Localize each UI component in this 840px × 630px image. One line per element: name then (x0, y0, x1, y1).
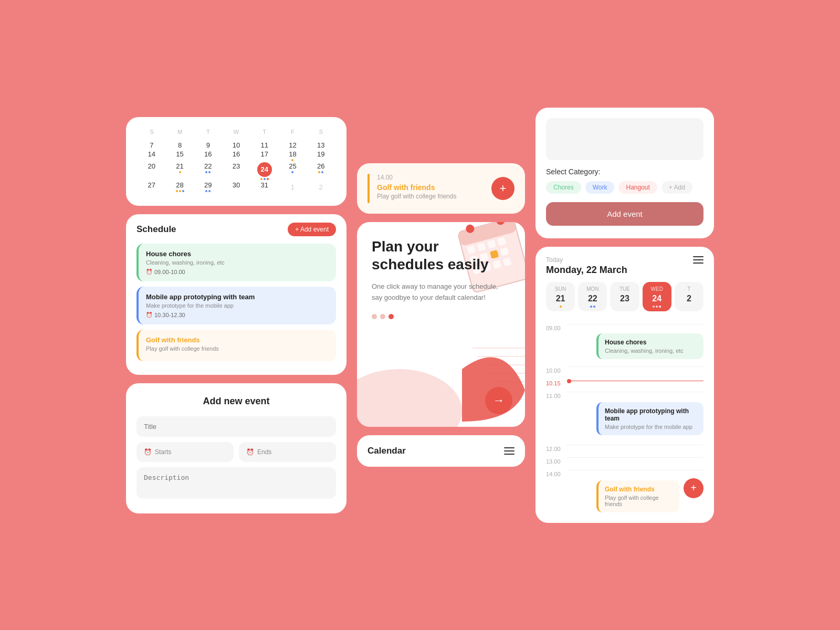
day-fri: F (279, 127, 307, 137)
calendar-grid: S M T W T F S 78910111213141516161718192… (136, 125, 336, 195)
calendar-cell[interactable]: 9 (194, 141, 222, 149)
promo-text: Plan your schedules easily One click awa… (372, 238, 510, 319)
calendar-cell[interactable]: 28 (166, 181, 194, 193)
tl-event-housechores[interactable]: House chores Cleaning, washing, ironing,… (571, 333, 704, 359)
hline-2 (693, 259, 704, 260)
time-1200: 12.00 (546, 440, 567, 452)
calendar-cell[interactable]: 31 (250, 181, 279, 193)
day-sat: S (307, 127, 335, 137)
event-time: ⏰09.00-10.00 (146, 269, 329, 275)
event-notes-textarea[interactable] (546, 118, 704, 160)
orange-bar (368, 174, 370, 203)
cat-chores[interactable]: Chores (546, 181, 581, 194)
hline-3 (693, 262, 704, 264)
time-1400: 14.00 (546, 466, 567, 477)
today-hamburger[interactable] (693, 256, 704, 264)
day-mon: M (166, 127, 194, 137)
promo-arrow-btn[interactable]: → (485, 387, 512, 414)
cat-work[interactable]: Work (585, 181, 615, 194)
tl-house-chores: House chores Cleaning, washing, ironing,… (596, 333, 704, 359)
calendar-cell[interactable]: 13 (307, 141, 335, 149)
calendar-week-row: 272829303112 (138, 181, 335, 193)
event-desc-input[interactable] (136, 467, 336, 499)
promo-title: Plan your schedules easily (372, 238, 510, 273)
top-event-add-btn[interactable]: + (491, 177, 514, 200)
tl-golf-add-btn[interactable]: + (684, 478, 704, 498)
tl-mobile-app[interactable]: Mobile app prototyping with team Make pr… (596, 402, 704, 435)
event-subtitle: Cleaning, washing, ironing, etc (146, 259, 329, 266)
calendar-cell[interactable]: 19 (307, 150, 335, 161)
day-thu: T (250, 127, 279, 137)
calendar-cell[interactable]: 7 (138, 141, 166, 149)
calendar-cell[interactable]: 22 (194, 162, 222, 180)
schedule-event-item[interactable]: House chores Cleaning, washing, ironing,… (136, 244, 336, 281)
day-sun-pill[interactable]: SUN 21 (546, 282, 575, 311)
add-event-header-btn[interactable]: + Add event (288, 223, 336, 236)
event-title: House chores (146, 250, 329, 258)
tl-hc-sub: Cleaning, washing, ironing, etc (605, 348, 697, 354)
promo-desc: One click away to manage your schedule, … (372, 281, 510, 303)
calendar-cell[interactable]: 8 (166, 141, 194, 149)
starts-label: Starts (155, 448, 171, 456)
day-wed-pill[interactable]: WED 24 (643, 282, 671, 311)
calendar-cell[interactable]: 14 (138, 150, 166, 161)
timeline-row-1200: 12.00 (546, 440, 704, 452)
calendar-cell[interactable]: 23 (222, 162, 250, 180)
calendar-cell[interactable]: 10 (222, 141, 250, 149)
add-event-submit-btn[interactable]: Add event (546, 202, 704, 226)
calendar-cell[interactable]: 1 (279, 181, 307, 193)
day-thu-pill[interactable]: T 2 (675, 282, 704, 311)
calendar-mini-card: Calendar (357, 435, 525, 467)
schedule-event-item[interactable]: Golf with friends Play golf with college… (136, 330, 336, 361)
event-title: Golf with friends (146, 336, 329, 344)
calendar-cell[interactable]: 12 (279, 141, 307, 149)
time-row: ⏰ Starts ⏰ Ends (136, 442, 336, 462)
calendar-card: S M T W T F S 78910111213141516161718192… (126, 117, 346, 206)
calendar-cell[interactable]: 29 (194, 181, 222, 193)
calendar-cell[interactable]: 26 (307, 162, 335, 180)
today-date: Monday, 22 March (546, 265, 627, 276)
calendar-cell[interactable]: 24 (250, 162, 279, 180)
calendar-cell[interactable]: 18 (279, 150, 307, 161)
timeline-row-1100: 11.00 (546, 387, 704, 399)
calendar-cell[interactable]: 27 (138, 181, 166, 193)
today-header: Today Monday, 22 March (546, 256, 704, 276)
calendar-cell[interactable]: 16 (194, 150, 222, 161)
top-event-title: Golf with friends (377, 183, 456, 192)
cat-add[interactable]: + Add (662, 181, 692, 194)
ends-label: Ends (257, 448, 271, 456)
calendar-cell[interactable]: 15 (166, 150, 194, 161)
top-event-inner: 14.00 Golf with friends Play golf with c… (368, 174, 456, 203)
top-event-time: 14.00 (377, 174, 456, 181)
tl-golf[interactable]: Golf with friends Play golf with college… (596, 480, 679, 512)
timeline: 09.00 House chores Cleaning, washing, ir… (546, 320, 704, 523)
calendar-cell[interactable]: 17 (250, 150, 279, 161)
time-1300: 13.00 (546, 453, 567, 465)
tl-event-mobile: Mobile app prototyping with team Make pr… (571, 400, 704, 437)
promo-dot-2 (380, 314, 385, 319)
schedule-event-item[interactable]: Mobile app prototyping with team Make pr… (136, 287, 336, 324)
cat-hangout[interactable]: Hangout (618, 181, 657, 194)
calendar-cell[interactable]: 25 (279, 162, 307, 180)
hamburger-menu[interactable] (504, 447, 514, 455)
day-tue-pill[interactable]: TUE 23 (610, 282, 639, 311)
time-1015: 10.15 (546, 375, 567, 386)
calendar-cell[interactable]: 11 (250, 141, 279, 149)
add-new-event-card: Add new event ⏰ Starts ⏰ Ends (126, 383, 346, 513)
day-mon-pill[interactable]: MON 22 (578, 282, 607, 311)
calendar-cell[interactable]: 16 (222, 150, 250, 161)
calendar-cell[interactable]: 2 (307, 181, 335, 193)
clock-icon-starts: ⏰ (144, 448, 152, 456)
svg-point-15 (496, 222, 506, 226)
ends-btn[interactable]: ⏰ Ends (239, 442, 336, 462)
calendar-cell[interactable]: 20 (138, 162, 166, 180)
timeline-row-1015: 10.15 (546, 375, 704, 386)
add-event-form-card: Select Category: Chores Work Hangout + A… (536, 108, 714, 238)
select-category-label: Select Category: (546, 167, 704, 176)
calendar-cell[interactable]: 21 (166, 162, 194, 180)
today-label: Today (546, 256, 627, 264)
tl-golf-sub: Play golf with college friends (605, 495, 673, 507)
starts-btn[interactable]: ⏰ Starts (136, 442, 234, 462)
calendar-cell[interactable]: 30 (222, 181, 250, 193)
event-title-input[interactable] (136, 416, 336, 437)
